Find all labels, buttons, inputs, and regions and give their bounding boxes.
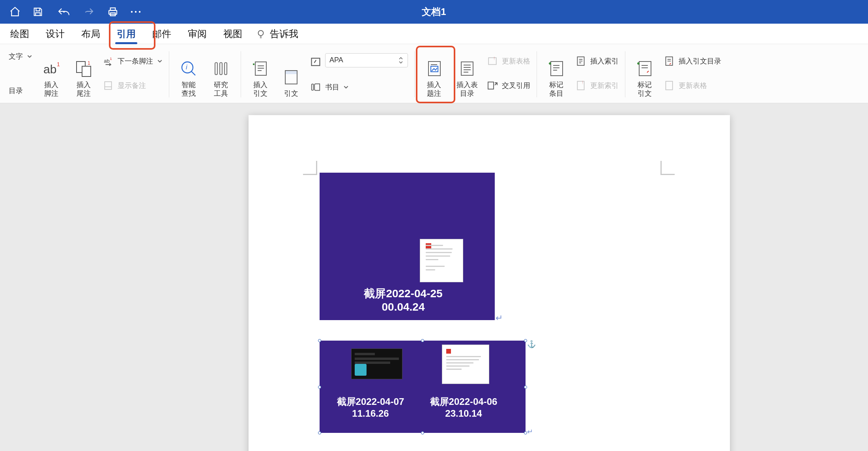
svg-rect-32 <box>639 62 651 76</box>
embedded-thumbnail <box>420 239 463 282</box>
svg-rect-10 <box>82 66 91 76</box>
svg-rect-21 <box>312 58 320 65</box>
cross-reference-icon <box>487 80 498 91</box>
svg-rect-28 <box>551 62 563 76</box>
svg-text:1: 1 <box>110 56 112 61</box>
next-footnote-icon: ab1 <box>103 56 114 67</box>
toc-label: 目录 <box>9 84 32 97</box>
selection-handle[interactable] <box>524 386 527 389</box>
selection-handle[interactable] <box>318 431 321 434</box>
tab-layout[interactable]: 布局 <box>74 25 107 43</box>
selection-handle[interactable] <box>524 339 527 342</box>
svg-text:!: ! <box>494 56 495 61</box>
svg-rect-34 <box>666 81 672 90</box>
save-icon[interactable] <box>32 6 44 18</box>
anchor-icon: ⚓ <box>527 340 536 348</box>
group-toc-footnotes: 文字 目录 ab1 插入 脚注 1 插入 尾注 ab1 下一条脚注 <box>2 49 169 100</box>
title-bar: 文档1 <box>0 0 868 24</box>
group-index: 标记 条目 插入索引 ! 更新索引 <box>537 49 625 100</box>
insert-index-button[interactable]: 插入索引 <box>575 54 619 68</box>
research-tool-icon <box>211 59 230 78</box>
svg-text:i: i <box>186 64 187 71</box>
citation-style-icon <box>310 56 321 69</box>
insert-caption-button[interactable]: 插入 题注 <box>421 49 447 98</box>
update-index-icon: ! <box>575 80 586 91</box>
citation-pane-button[interactable]: 引文 <box>279 49 303 98</box>
update-table-icon: ! <box>487 56 498 67</box>
tab-review[interactable]: 审阅 <box>181 25 214 43</box>
image-2-caption-b: 截屏2022-04-06 23.10.14 <box>419 396 508 419</box>
svg-rect-24 <box>461 62 473 75</box>
research-tool-button[interactable]: 研究 工具 <box>208 49 234 98</box>
margin-corner <box>660 161 675 175</box>
insert-citation-button[interactable]: 插入 引文 <box>247 49 274 98</box>
update-toa-icon <box>664 80 675 91</box>
svg-rect-25 <box>488 58 496 64</box>
selection-handle[interactable] <box>524 431 527 434</box>
bibliography-button[interactable]: 书目 <box>310 80 408 94</box>
next-footnote-button[interactable]: ab1 下一条脚注 <box>103 54 163 68</box>
more-icon[interactable] <box>129 6 142 18</box>
smart-lookup-icon: i <box>179 59 198 78</box>
paragraph-mark-icon: ↵ <box>496 313 503 323</box>
cross-reference-button[interactable]: 交叉引用 <box>487 79 530 92</box>
tab-references[interactable]: 引用 <box>110 25 143 43</box>
insert-caption-icon <box>425 59 443 78</box>
document-title: 文档1 <box>422 6 446 18</box>
insert-footnote-button[interactable]: ab1 插入 脚注 <box>38 49 65 98</box>
tell-me-search[interactable]: 告诉我 <box>256 28 298 40</box>
group-captions: 插入 题注 插入表 目录 ! 更新表格 交叉引用 <box>414 49 537 100</box>
citation-style-select[interactable]: APA <box>325 53 408 67</box>
selection-handle[interactable] <box>318 386 321 389</box>
svg-point-6 <box>258 30 264 35</box>
svg-rect-1 <box>110 8 116 10</box>
margin-corner <box>303 161 317 175</box>
insert-index-icon <box>575 56 586 67</box>
home-icon[interactable] <box>9 6 21 18</box>
mark-citation-button[interactable]: 标记 引文 <box>631 49 658 98</box>
update-toa-button: 更新表格 <box>664 79 721 92</box>
mark-index-entry-button[interactable]: 标记 条目 <box>543 49 570 98</box>
document-page[interactable]: 截屏2022-04-25 00.04.24 ↵ 截屏2022-04-07 11.… <box>249 115 730 451</box>
document-canvas[interactable]: 截屏2022-04-25 00.04.24 ↵ 截屏2022-04-07 11.… <box>0 103 868 451</box>
insert-citation-icon <box>251 59 270 78</box>
inserted-image-1[interactable]: 截屏2022-04-25 00.04.24 <box>320 173 495 320</box>
svg-point-15 <box>182 62 193 73</box>
tab-design[interactable]: 设计 <box>39 25 72 43</box>
ribbon: 文字 目录 ab1 插入 脚注 1 插入 尾注 ab1 下一条脚注 <box>0 44 868 103</box>
insert-toa-button[interactable]: 插入引文目录 <box>664 54 721 68</box>
quick-access-toolbar <box>9 6 142 18</box>
svg-point-5 <box>139 11 140 13</box>
paragraph-mark-icon: ↵ <box>527 427 533 436</box>
citation-icon <box>282 68 301 87</box>
redo-icon[interactable] <box>84 6 96 18</box>
svg-text:1: 1 <box>88 60 90 66</box>
tell-me-label: 告诉我 <box>270 28 298 40</box>
embedded-thumbnail <box>351 348 402 379</box>
tab-drawing[interactable]: 绘图 <box>3 25 36 43</box>
text-dropdown[interactable]: 文字 <box>9 50 32 63</box>
insert-endnote-button[interactable]: 1 插入 尾注 <box>70 49 97 98</box>
svg-text:1: 1 <box>57 61 60 67</box>
show-notes-icon <box>103 80 114 91</box>
svg-point-4 <box>135 11 137 13</box>
svg-point-3 <box>131 11 133 13</box>
smart-lookup-button[interactable]: i 智能 查找 <box>175 49 202 98</box>
selection-handle[interactable] <box>421 431 424 434</box>
svg-rect-19 <box>285 71 297 74</box>
table-of-figures-icon <box>458 59 477 78</box>
print-icon[interactable] <box>107 6 119 18</box>
endnote-icon: 1 <box>74 59 93 78</box>
insert-table-figures-button[interactable]: 插入表 目录 <box>453 49 481 98</box>
image-2-caption-a: 截屏2022-04-07 11.16.26 <box>326 396 415 419</box>
tab-mailings[interactable]: 邮件 <box>145 25 178 43</box>
selection-handle[interactable] <box>421 339 424 342</box>
inserted-image-2[interactable]: 截屏2022-04-07 11.16.26 截屏2022-04-06 23.10… <box>320 341 526 433</box>
svg-text:ab: ab <box>104 58 109 64</box>
selection-handle[interactable] <box>318 339 321 342</box>
update-table-button: ! 更新表格 <box>487 54 530 68</box>
show-notes-button: 显示备注 <box>103 79 163 92</box>
tab-view[interactable]: 视图 <box>216 25 249 43</box>
undo-icon[interactable] <box>54 6 73 18</box>
embedded-thumbnail <box>442 345 489 384</box>
